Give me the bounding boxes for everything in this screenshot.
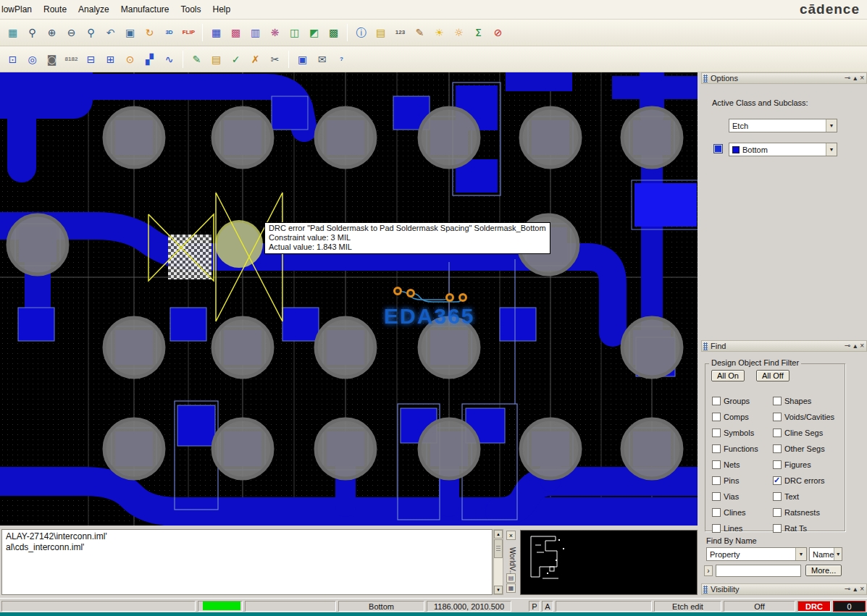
- menu-lowplan[interactable]: lowPlan: [0, 1, 38, 18]
- find-filter-groups[interactable]: Groups: [712, 396, 758, 405]
- menu-analyze[interactable]: Analyze: [72, 1, 115, 18]
- origin-snap-icon[interactable]: ⊙: [121, 50, 139, 68]
- show-measure-icon[interactable]: ◎: [23, 50, 41, 68]
- menu-help[interactable]: Help: [206, 1, 236, 18]
- fem-analysis-icon[interactable]: ◫: [285, 24, 303, 42]
- find-filter-shapes[interactable]: Shapes: [773, 396, 834, 405]
- zoom-selection-icon[interactable]: ▣: [121, 24, 139, 42]
- checkbox-icon[interactable]: [773, 413, 782, 421]
- pin-icon[interactable]: ⊸: [845, 586, 850, 593]
- show-element-icon[interactable]: ⊡: [4, 50, 22, 68]
- reject-page-icon[interactable]: ✗: [246, 50, 264, 68]
- all-on-button[interactable]: All On: [711, 370, 745, 381]
- find-filter-figures[interactable]: Figures: [773, 460, 834, 469]
- checkbox-icon[interactable]: [712, 476, 721, 485]
- scroll-up-icon[interactable]: ▲: [494, 530, 503, 539]
- checkbox-icon[interactable]: [712, 444, 721, 453]
- info-icon[interactable]: ⓘ: [352, 24, 370, 42]
- help-icon[interactable]: ?: [332, 50, 351, 68]
- status-pick-toggle[interactable]: P: [529, 601, 540, 612]
- command-console[interactable]: ALAY-27142\interconn.iml' al\cds_interco…: [1, 529, 493, 595]
- close-icon[interactable]: ×: [860, 342, 864, 350]
- panel-grip-icon[interactable]: [703, 586, 708, 594]
- zoom-points-icon[interactable]: ⚲: [23, 24, 41, 42]
- subclass-color-toggle[interactable]: [713, 144, 723, 153]
- flip-view-icon[interactable]: ⊟: [82, 50, 100, 68]
- zoom-world-icon[interactable]: ⚲: [82, 24, 100, 42]
- color-dialog-icon[interactable]: ▩: [227, 24, 245, 42]
- cleanup-icon[interactable]: ✎: [411, 24, 429, 42]
- status-drc-indicator[interactable]: DRC: [797, 601, 831, 612]
- dock-window-icon[interactable]: ▤: [506, 573, 516, 583]
- checkbox-icon[interactable]: [773, 476, 782, 485]
- waive-drc-icon[interactable]: Σ: [469, 24, 487, 42]
- subclass-dropdown[interactable]: Bottom ▼: [729, 143, 837, 156]
- checkbox-icon[interactable]: [712, 429, 721, 437]
- find-filter-other-segs[interactable]: Other Segs: [773, 444, 834, 453]
- find-filter-lines[interactable]: Lines: [712, 523, 758, 533]
- collapse-icon[interactable]: ▴: [853, 342, 857, 350]
- layer-groups-icon[interactable]: ▥: [246, 24, 264, 42]
- find-filter-pins[interactable]: Pins: [712, 476, 758, 485]
- chevron-down-icon[interactable]: ▼: [826, 119, 837, 132]
- close-icon[interactable]: ×: [506, 531, 516, 540]
- text-block-icon[interactable]: ▤: [207, 50, 225, 68]
- find-filter-drc-errors[interactable]: DRC errors: [773, 476, 834, 485]
- find-property-dropdown[interactable]: Property ▼: [706, 547, 807, 561]
- find-name-dropdown[interactable]: Name ▼: [809, 547, 842, 561]
- note-edit-icon[interactable]: ✎: [188, 50, 206, 68]
- chevron-down-icon[interactable]: ▼: [795, 548, 806, 560]
- variants-icon[interactable]: ▩: [324, 24, 343, 42]
- check-page-icon[interactable]: ✓: [227, 50, 245, 68]
- checkbox-icon[interactable]: [712, 460, 721, 469]
- checkbox-icon[interactable]: [712, 492, 721, 501]
- find-filter-functions[interactable]: Functions: [712, 444, 758, 453]
- grid-toggle-icon[interactable]: ▦: [207, 24, 225, 42]
- pin-icon[interactable]: ⊸: [845, 342, 850, 350]
- checkbox-icon[interactable]: [712, 508, 721, 517]
- properties-icon[interactable]: ▤: [372, 24, 390, 42]
- chevron-down-icon[interactable]: ▼: [834, 548, 842, 560]
- collapse-icon[interactable]: ▴: [853, 75, 857, 82]
- snapshot-icon[interactable]: ◙: [43, 50, 61, 68]
- options-panel-header[interactable]: Options ⊸ ▴ ×: [701, 72, 867, 84]
- find-name-input[interactable]: [716, 565, 801, 577]
- find-filter-clines[interactable]: Clines: [712, 507, 758, 517]
- window-zoom-icon[interactable]: ⊞: [101, 50, 120, 68]
- unrats-net-icon[interactable]: 8182: [62, 50, 80, 68]
- 3d-canvas-icon[interactable]: 3D: [160, 24, 178, 42]
- redraw-icon[interactable]: ↻: [141, 24, 159, 42]
- all-off-button[interactable]: All Off: [756, 370, 789, 381]
- panel-grip-icon[interactable]: [703, 342, 708, 350]
- cut-icon[interactable]: ✂: [266, 50, 284, 68]
- find-filter-vias[interactable]: Vias: [712, 491, 758, 501]
- checkbox-icon[interactable]: [712, 524, 721, 533]
- find-filter-comps[interactable]: Comps: [712, 412, 758, 421]
- checkbox-icon[interactable]: [773, 429, 782, 437]
- drc-off-icon[interactable]: ⊘: [489, 24, 507, 42]
- menu-route[interactable]: Route: [38, 1, 72, 18]
- status-application-toggle[interactable]: A: [542, 601, 553, 612]
- expand-button[interactable]: ›: [704, 565, 713, 576]
- measure-icon[interactable]: 123: [391, 24, 409, 42]
- pcb-canvas[interactable]: DRC error "Pad Soldermask to Pad Solderm…: [0, 72, 698, 526]
- find-filter-rat-ts[interactable]: Rat Ts: [773, 523, 834, 533]
- find-filter-ratsnests[interactable]: Ratsnests: [773, 507, 834, 517]
- pin-icon[interactable]: ⊸: [845, 75, 850, 82]
- checkbox-icon[interactable]: [773, 492, 782, 501]
- checkbox-icon[interactable]: [773, 444, 782, 453]
- grid-window-icon[interactable]: ▦: [506, 583, 516, 593]
- checkbox-icon[interactable]: [773, 508, 782, 517]
- shapes-tool-icon[interactable]: ❋: [266, 24, 284, 42]
- more-button[interactable]: More...: [805, 565, 842, 576]
- highlight-icon[interactable]: ☀: [430, 24, 448, 42]
- visibility-panel-header[interactable]: Visibility ⊸ ▴ ×: [701, 583, 867, 595]
- scroll-down-icon[interactable]: ▼: [494, 586, 503, 594]
- dfa-check-icon[interactable]: ◩: [305, 24, 323, 42]
- find-filter-nets[interactable]: Nets: [712, 460, 758, 469]
- checkbox-icon[interactable]: [712, 413, 721, 421]
- checkbox-icon[interactable]: [773, 397, 782, 405]
- find-panel-header[interactable]: Find ⊸ ▴ ×: [701, 340, 867, 352]
- collapse-icon[interactable]: ▴: [853, 586, 857, 593]
- menu-manufacture[interactable]: Manufacture: [115, 1, 175, 18]
